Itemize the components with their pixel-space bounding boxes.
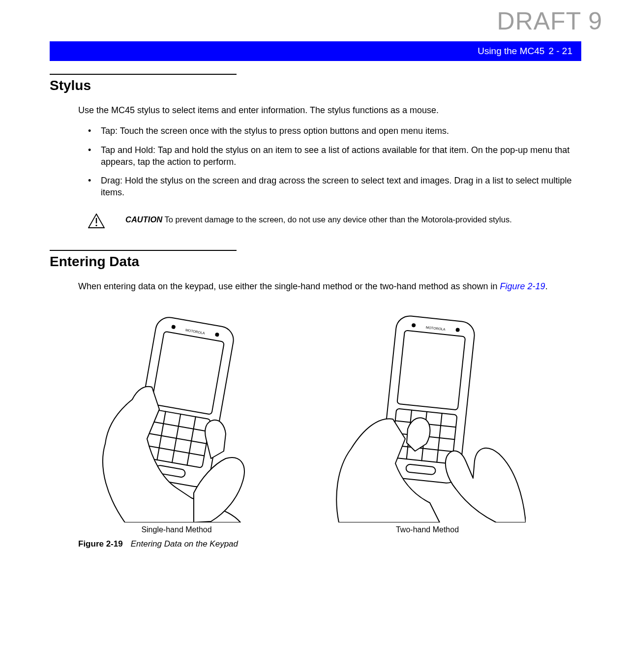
caution-body: To prevent damage to the screen, do not … [162,215,512,224]
figure-caption: Figure 2-19Entering Data on the Keypad [78,539,570,549]
stylus-intro: Use the MC45 stylus to select items and … [78,104,581,116]
bullet-drag: Drag: Hold the stylus on the screen and … [88,175,581,199]
figure-label-single-hand: Single-hand Method [141,525,211,534]
figure-single-hand: MOTOROLA Single-hand Method [78,311,275,534]
caution-icon [88,214,106,230]
svg-rect-4 [151,332,224,415]
caution-label: CAUTION [125,215,162,224]
svg-point-13 [172,325,175,329]
two-hand-illustration: MOTOROLA [329,311,526,522]
page-header-bar: Using the MC45 2 - 21 [50,41,581,61]
svg-point-27 [456,328,459,332]
figure-caption-title: Entering Data on the Keypad [131,539,238,549]
figure-row: MOTOROLA Single-hand Method [78,311,570,534]
intro-post: . [545,281,548,291]
figure-caption-number: Figure 2-19 [78,539,123,549]
entering-data-intro: When entering data on the keypad, use ei… [78,280,581,292]
stylus-bullet-list: Tap: Touch the screen once with the styl… [88,125,581,198]
caution-block: CAUTION To prevent damage to the screen,… [88,214,581,230]
svg-rect-17 [397,330,465,410]
section-rule-2 [50,250,237,251]
figure-label-two-hand: Two-hand Method [396,525,459,534]
page: DRAFT 9 Using the MC45 2 - 21 Stylus Use… [0,0,627,672]
bullet-tap: Tap: Touch the screen once with the styl… [88,125,581,137]
header-title: Using the MC45 [478,46,544,57]
watermark-text: DRAFT 9 [497,7,602,35]
figure-area: MOTOROLA Single-hand Method [78,311,570,549]
single-hand-illustration: MOTOROLA [78,311,275,522]
header-page-number: 2 - 21 [548,46,572,57]
content-area: Stylus Use the MC45 stylus to select ite… [50,74,581,549]
figure-two-hand: MOTOROLA Two-hand Method [329,311,526,534]
svg-point-2 [95,224,97,226]
svg-point-26 [412,324,416,327]
intro-pre: When entering data on the keypad, use ei… [78,281,500,291]
svg-point-14 [215,333,219,336]
section-rule-1 [50,74,237,75]
figure-crossref[interactable]: Figure 2-19 [500,281,545,291]
bullet-tap-hold: Tap and Hold: Tap and hold the stylus on… [88,144,581,168]
caution-text: CAUTION To prevent damage to the screen,… [125,214,512,225]
section-title-stylus: Stylus [50,78,581,93]
section-title-entering-data: Entering Data [50,254,581,270]
